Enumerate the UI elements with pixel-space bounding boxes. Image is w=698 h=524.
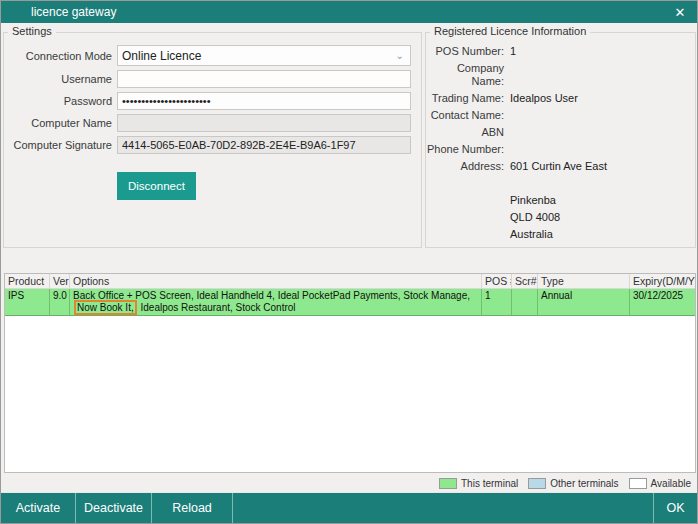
close-icon: ✕ (675, 5, 686, 20)
address-country: Australia (510, 228, 695, 241)
computer-name-input[interactable] (117, 114, 411, 132)
contact-name-label: Contact Name: (426, 109, 504, 122)
cell-options: Back Office + POS Screen, Ideal Handheld… (70, 289, 482, 315)
window-title: licence gateway (31, 5, 116, 19)
disconnect-button[interactable]: Disconnect (117, 172, 196, 200)
password-input[interactable] (117, 92, 411, 110)
legend-other-terminals: Other terminals (528, 478, 618, 489)
available-swatch (629, 478, 647, 489)
phone-number-value (510, 143, 695, 156)
abn-value (510, 126, 695, 139)
address-label: Address: (426, 160, 504, 173)
licence-info-row (426, 177, 695, 190)
cell-ver: 9.0 (50, 289, 70, 315)
pos-number-label: POS Number: (426, 45, 504, 58)
column-header-options: Options (70, 274, 482, 288)
licence-info-row: Australia (426, 228, 695, 241)
username-input[interactable] (117, 70, 411, 88)
this-terminal-swatch (439, 478, 457, 489)
licence-info-row: Address:601 Curtin Ave East (426, 160, 695, 173)
close-button[interactable]: ✕ (669, 1, 691, 23)
licence-info-row: Trading Name:Idealpos User (426, 92, 695, 105)
footer-spacer (233, 493, 653, 523)
licence-info-row: QLD 4008 (426, 211, 695, 224)
contact-name-value (510, 109, 695, 122)
licence-info-row: POS Number:1 (426, 45, 695, 58)
address-line-2 (510, 177, 695, 190)
registered-licence-info-label: Registered Licence Information (430, 25, 590, 37)
licence-info-row: Pinkenba (426, 194, 695, 207)
password-row: Password (4, 92, 411, 110)
abn-label: ABN (426, 126, 504, 139)
cell-scr (512, 289, 538, 315)
column-header-expiry: Expiry(D/M/Y) (630, 274, 695, 288)
address-line-1: 601 Curtin Ave East (510, 160, 695, 173)
column-header-type: Type (538, 274, 630, 288)
pos-number-value: 1 (510, 45, 695, 58)
computer-signature-label: Computer Signature (4, 139, 112, 151)
activate-button[interactable]: Activate (1, 493, 76, 523)
settings-group: Settings Connection Mode Online Licence … (3, 32, 422, 248)
reload-button[interactable]: Reload (152, 493, 233, 523)
registered-licence-info-group: Registered Licence Information POS Numbe… (425, 32, 696, 248)
licence-info-row: Phone Number: (426, 143, 695, 156)
trading-name-value: Idealpos User (510, 92, 695, 105)
column-header-ver: Ver (50, 274, 70, 288)
cell-pos: 1 (482, 289, 512, 315)
username-label: Username (4, 73, 112, 85)
phone-number-label: Phone Number: (426, 143, 504, 156)
licence-table-header: Product Ver Options POS # Scr# Type Expi… (5, 274, 695, 289)
footer-bar: Activate Deactivate Reload OK (1, 492, 697, 523)
address-state-postcode: QLD 4008 (510, 211, 695, 224)
username-row: Username (4, 70, 411, 88)
title-bar: licence gateway (1, 1, 697, 23)
cell-expiry: 30/12/2025 (630, 289, 695, 315)
chevron-down-icon: ⌄ (396, 50, 404, 61)
connection-mode-label: Connection Mode (4, 50, 112, 62)
computer-name-label: Computer Name (4, 117, 112, 129)
computer-signature-row: Computer Signature (4, 136, 411, 154)
cell-product: IPS (5, 289, 50, 315)
column-header-pos: POS # (482, 274, 512, 288)
licence-info-row: ABN (426, 126, 695, 139)
connection-mode-row: Connection Mode Online Licence ⌄ (4, 45, 411, 66)
computer-name-row: Computer Name (4, 114, 411, 132)
connection-mode-dropdown[interactable]: Online Licence ⌄ (117, 45, 411, 66)
computer-signature-input[interactable] (117, 136, 411, 154)
legend-this-terminal: This terminal (439, 478, 518, 489)
table-row[interactable]: IPS 9.0 Back Office + POS Screen, Ideal … (5, 289, 695, 316)
this-terminal-label: This terminal (461, 478, 518, 489)
other-terminals-label: Other terminals (550, 478, 618, 489)
options-text: Idealpos Restaurant, Stock Control (138, 302, 296, 313)
licence-info-row: Company Name: (426, 62, 695, 88)
cell-type: Annual (538, 289, 630, 315)
ok-button[interactable]: OK (653, 493, 697, 523)
licence-info-row: Contact Name: (426, 109, 695, 122)
settings-group-label: Settings (8, 25, 56, 37)
other-terminals-swatch (528, 478, 546, 489)
licence-gateway-window: licence gateway ✕ Settings Connection Mo… (0, 0, 698, 524)
company-name-value (510, 62, 695, 88)
connection-mode-value: Online Licence (122, 49, 201, 63)
legend-available: Available (629, 478, 691, 489)
trading-name-label: Trading Name: (426, 92, 504, 105)
deactivate-button[interactable]: Deactivate (76, 493, 152, 523)
password-label: Password (4, 95, 112, 107)
terminal-legend: This terminal Other terminals Available (429, 478, 691, 489)
available-label: Available (651, 478, 691, 489)
licence-table: Product Ver Options POS # Scr# Type Expi… (4, 273, 696, 473)
address-suburb: Pinkenba (510, 194, 695, 207)
options-highlighted-text: Now Book It, (74, 300, 137, 315)
column-header-scr: Scr# (512, 274, 538, 288)
column-header-product: Product (5, 274, 50, 288)
company-name-label: Company Name: (426, 62, 504, 88)
